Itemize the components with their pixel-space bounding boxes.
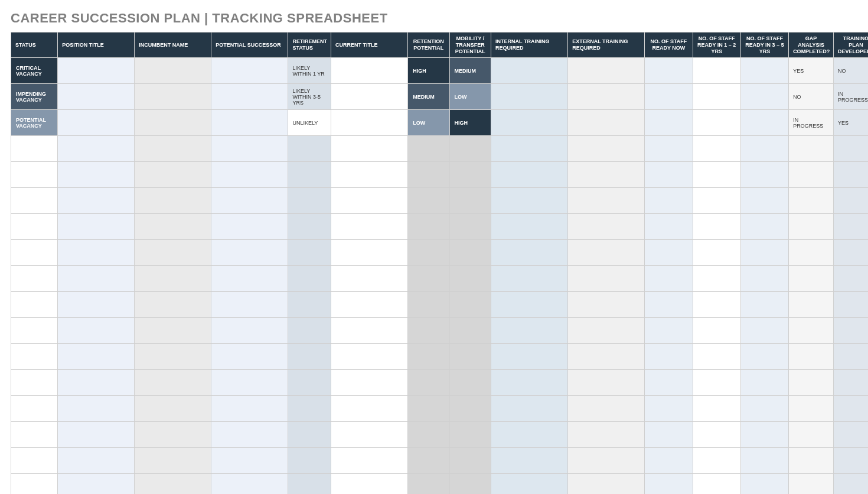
retirement-cell[interactable] [288, 240, 331, 266]
retention-cell[interactable]: MEDIUM [408, 84, 449, 110]
col-ready-now[interactable]: NO. OF STAFF READY NOW [645, 32, 693, 58]
status-cell[interactable] [11, 370, 58, 396]
gap-cell[interactable] [789, 136, 834, 162]
train-cell[interactable] [834, 474, 869, 494]
ready-now-cell[interactable] [645, 188, 693, 214]
internal-training-cell[interactable] [491, 84, 568, 110]
external-training-cell[interactable] [568, 266, 645, 292]
position-cell[interactable] [58, 58, 135, 84]
retention-cell[interactable] [408, 448, 449, 474]
ready-12-cell[interactable] [693, 214, 740, 240]
train-cell[interactable]: YES [834, 110, 869, 136]
train-cell[interactable] [834, 396, 869, 422]
retention-cell[interactable] [408, 188, 449, 214]
gap-cell[interactable] [789, 162, 834, 188]
incumbent-cell[interactable] [135, 292, 211, 318]
position-cell[interactable] [58, 136, 135, 162]
ready-35-cell[interactable] [740, 214, 788, 240]
mobility-cell[interactable] [449, 318, 491, 344]
ready-12-cell[interactable] [693, 188, 740, 214]
gap-cell[interactable] [789, 266, 834, 292]
gap-cell[interactable] [789, 448, 834, 474]
incumbent-cell[interactable] [135, 266, 211, 292]
retention-cell[interactable] [408, 370, 449, 396]
ready-35-cell[interactable] [740, 266, 788, 292]
gap-cell[interactable] [789, 318, 834, 344]
retention-cell[interactable] [408, 214, 449, 240]
ready-12-cell[interactable] [693, 344, 740, 370]
ready-35-cell[interactable] [740, 292, 788, 318]
retention-cell[interactable] [408, 240, 449, 266]
incumbent-cell[interactable] [135, 448, 211, 474]
position-cell[interactable] [58, 318, 135, 344]
train-cell[interactable] [834, 162, 869, 188]
retirement-cell[interactable] [288, 370, 331, 396]
retirement-cell[interactable] [288, 448, 331, 474]
position-cell[interactable] [58, 110, 135, 136]
external-training-cell[interactable] [568, 474, 645, 494]
external-training-cell[interactable] [568, 110, 645, 136]
mobility-cell[interactable] [449, 162, 491, 188]
position-cell[interactable] [58, 84, 135, 110]
train-cell[interactable] [834, 370, 869, 396]
ready-35-cell[interactable] [740, 240, 788, 266]
mobility-cell[interactable] [449, 240, 491, 266]
train-cell[interactable]: NO [834, 58, 869, 84]
successor-cell[interactable] [211, 188, 288, 214]
current-title-cell[interactable] [331, 422, 408, 448]
ready-35-cell[interactable] [740, 448, 788, 474]
retirement-cell[interactable] [288, 292, 331, 318]
incumbent-cell[interactable] [135, 214, 211, 240]
status-cell[interactable] [11, 474, 58, 494]
position-cell[interactable] [58, 292, 135, 318]
ready-now-cell[interactable] [645, 396, 693, 422]
status-cell[interactable] [11, 396, 58, 422]
incumbent-cell[interactable] [135, 162, 211, 188]
status-cell[interactable] [11, 422, 58, 448]
col-external[interactable]: EXTERNAL TRAINING REQUIRED [568, 32, 645, 58]
col-ready-35[interactable]: NO. OF STAFF READY IN 3 – 5 YRS [740, 32, 788, 58]
retirement-cell[interactable] [288, 422, 331, 448]
ready-now-cell[interactable] [645, 266, 693, 292]
train-cell[interactable]: IN PROGRESS [834, 84, 869, 110]
internal-training-cell[interactable] [491, 266, 568, 292]
ready-35-cell[interactable] [740, 58, 788, 84]
position-cell[interactable] [58, 370, 135, 396]
external-training-cell[interactable] [568, 344, 645, 370]
mobility-cell[interactable] [449, 448, 491, 474]
col-current[interactable]: CURRENT TITLE [331, 32, 408, 58]
current-title-cell[interactable] [331, 396, 408, 422]
train-cell[interactable] [834, 214, 869, 240]
external-training-cell[interactable] [568, 292, 645, 318]
ready-now-cell[interactable] [645, 422, 693, 448]
train-cell[interactable] [834, 240, 869, 266]
external-training-cell[interactable] [568, 188, 645, 214]
ready-now-cell[interactable] [645, 84, 693, 110]
ready-12-cell[interactable] [693, 396, 740, 422]
internal-training-cell[interactable] [491, 214, 568, 240]
status-cell[interactable] [11, 136, 58, 162]
retirement-cell[interactable] [288, 188, 331, 214]
retirement-cell[interactable] [288, 318, 331, 344]
current-title-cell[interactable] [331, 318, 408, 344]
current-title-cell[interactable] [331, 58, 408, 84]
train-cell[interactable] [834, 422, 869, 448]
successor-cell[interactable] [211, 136, 288, 162]
position-cell[interactable] [58, 396, 135, 422]
mobility-cell[interactable] [449, 474, 491, 494]
ready-now-cell[interactable] [645, 370, 693, 396]
gap-cell[interactable] [789, 422, 834, 448]
status-cell[interactable] [11, 266, 58, 292]
col-successor[interactable]: POTENTIAL SUCCESSOR [211, 32, 288, 58]
gap-cell[interactable] [789, 240, 834, 266]
status-cell[interactable]: IMPENDING VACANCY [11, 84, 58, 110]
col-ready-12[interactable]: NO. OF STAFF READY IN 1 – 2 YRS [693, 32, 740, 58]
ready-12-cell[interactable] [693, 318, 740, 344]
ready-35-cell[interactable] [740, 396, 788, 422]
ready-12-cell[interactable] [693, 292, 740, 318]
position-cell[interactable] [58, 240, 135, 266]
internal-training-cell[interactable] [491, 188, 568, 214]
internal-training-cell[interactable] [491, 448, 568, 474]
position-cell[interactable] [58, 266, 135, 292]
current-title-cell[interactable] [331, 448, 408, 474]
